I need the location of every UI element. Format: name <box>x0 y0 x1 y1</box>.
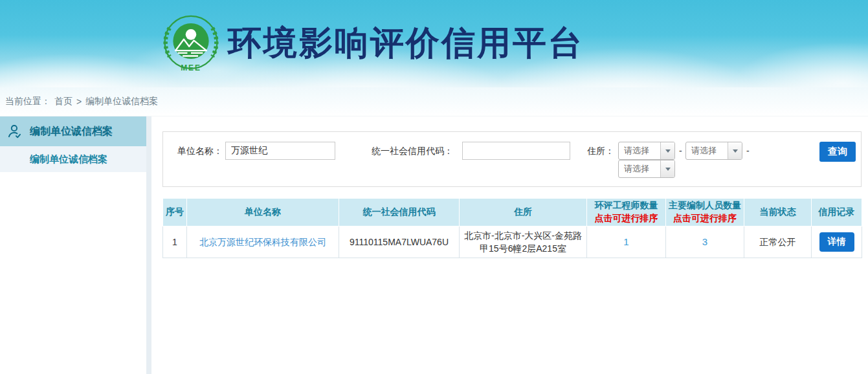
engineer-count-link[interactable]: 1 <box>623 236 629 247</box>
province-select[interactable]: 请选择 <box>618 142 675 160</box>
cell-status: 正常公开 <box>744 226 812 258</box>
breadcrumb-prefix: 当前位置： <box>5 96 50 107</box>
province-select-value: 请选择 <box>619 142 660 159</box>
chevron-down-icon[interactable] <box>660 142 674 159</box>
sidebar-subitem-credit-archive[interactable]: 编制单位诚信档案 <box>0 146 146 172</box>
city-select-value: 请选择 <box>686 142 728 159</box>
sort-hint: 点击可进行排序 <box>669 213 741 225</box>
address-dash-2: - <box>746 142 750 160</box>
site-title: 环境影响评价信用平台 <box>228 21 584 66</box>
person-check-icon <box>6 123 23 140</box>
col-engineer-count-sortable[interactable]: 环评工程师数量 点击可进行排序 <box>587 199 666 226</box>
table-header-row: 序号 单位名称 统一社会信用代码 住所 环评工程师数量 点击可进行排序 主要编制… <box>163 199 862 226</box>
sidebar-subitem-label: 编制单位诚信档案 <box>30 153 107 166</box>
unit-name-label: 单位名称： <box>177 142 223 160</box>
breadcrumb-current: 编制单位诚信档案 <box>85 96 158 107</box>
col-credit-code: 统一社会信用代码 <box>339 199 460 226</box>
main-content: 单位名称： 统一社会信用代码： 住所： 请选择 - 请选择 - 请选择 查询 <box>151 116 868 374</box>
detail-button[interactable]: 详情 <box>819 232 854 252</box>
unit-name-input[interactable] <box>225 142 335 160</box>
col-status: 当前状态 <box>744 199 812 226</box>
col-staff-count-sortable[interactable]: 主要编制人员数量 点击可进行排序 <box>666 199 744 226</box>
breadcrumb-separator: > <box>76 96 82 107</box>
sidebar-divider <box>146 116 151 374</box>
col-index: 序号 <box>163 199 187 226</box>
col-staff-count-label: 主要编制人员数量 <box>669 200 741 212</box>
sidebar-item-label: 编制单位诚信档案 <box>30 125 113 138</box>
results-table: 序号 单位名称 统一社会信用代码 住所 环评工程师数量 点击可进行排序 主要编制… <box>162 198 862 258</box>
query-button[interactable]: 查询 <box>819 142 856 162</box>
page-body: 编制单位诚信档案 编制单位诚信档案 单位名称： 统一社会信用代码： 住所： 请选… <box>0 116 868 374</box>
sidebar-item-credit-archive[interactable]: 编制单位诚信档案 <box>0 116 146 146</box>
col-unit-name: 单位名称 <box>187 199 339 226</box>
search-form: 单位名称： 统一社会信用代码： 住所： 请选择 - 请选择 - 请选择 查询 <box>162 131 862 187</box>
cell-credit-code: 91110115MA7LWUA76U <box>339 226 460 258</box>
chevron-down-icon[interactable] <box>660 160 674 177</box>
breadcrumb: 当前位置： 首页 > 编制单位诚信档案 <box>0 87 868 116</box>
col-credit-record: 信用记录 <box>812 199 862 226</box>
district-select-value: 请选择 <box>619 160 660 177</box>
chevron-down-icon[interactable] <box>728 142 742 159</box>
cell-address: 北京市-北京市-大兴区-金苑路甲15号6幢2层A215室 <box>460 226 587 258</box>
col-address: 住所 <box>460 199 587 226</box>
sort-hint: 点击可进行排序 <box>590 213 663 225</box>
staff-count-link[interactable]: 3 <box>702 236 707 247</box>
address-label: 住所： <box>587 142 614 160</box>
mee-logo-icon: MEE <box>161 15 221 74</box>
site-header: MEE 环境影响评价信用平台 <box>0 0 868 87</box>
table-row: 1 北京万源世纪环保科技有限公司 91110115MA7LWUA76U 北京市-… <box>163 226 862 258</box>
breadcrumb-home-link[interactable]: 首页 <box>54 96 72 107</box>
sidebar: 编制单位诚信档案 编制单位诚信档案 <box>0 116 146 374</box>
address-dash-1: - <box>679 142 682 160</box>
city-select[interactable]: 请选择 <box>685 142 742 160</box>
svg-text:MEE: MEE <box>181 63 201 72</box>
company-name-link[interactable]: 北京万源世纪环保科技有限公司 <box>199 237 326 247</box>
credit-code-label: 统一社会信用代码： <box>372 142 453 160</box>
district-select[interactable]: 请选择 <box>618 160 675 178</box>
credit-code-input[interactable] <box>462 142 570 160</box>
col-engineer-count-label: 环评工程师数量 <box>590 200 663 212</box>
cell-index: 1 <box>163 226 187 258</box>
